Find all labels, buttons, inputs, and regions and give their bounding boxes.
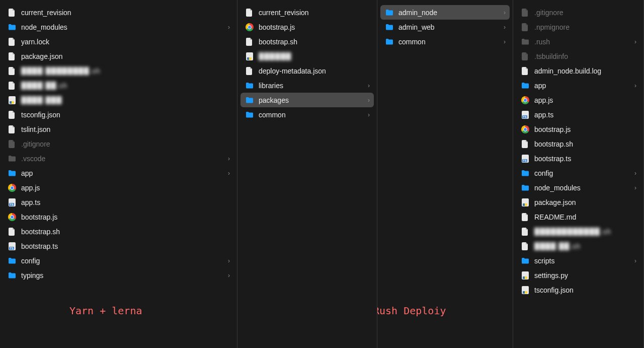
file-row[interactable]: deploy-metadata.json — [240, 63, 374, 78]
file-row[interactable]: packages› — [240, 93, 374, 107]
chrome-icon — [8, 184, 16, 192]
file-row[interactable]: tsconfig.json — [3, 107, 234, 122]
file-icon — [521, 23, 529, 31]
filename-label: app — [21, 169, 228, 177]
file-row[interactable]: tsconfig.json — [516, 283, 640, 297]
folder-icon — [385, 38, 393, 46]
file-row[interactable]: typings› — [3, 268, 234, 283]
file-row[interactable]: bootstrap.ts — [3, 239, 234, 253]
file-row[interactable]: .gitignore — [3, 136, 234, 151]
file-row[interactable]: ██████ — [240, 49, 374, 63]
file-row[interactable]: .tsbuildinfo — [516, 49, 640, 63]
filename-label: package.json — [534, 198, 636, 206]
chevron-right-icon: › — [228, 24, 230, 31]
filename-label: .tsbuildinfo — [534, 52, 636, 60]
file-icon — [8, 228, 16, 236]
file-row[interactable]: app.js — [3, 180, 234, 195]
chevron-right-icon: › — [368, 82, 370, 89]
file-list: current_revisionbootstrap.js bootstrap.s… — [237, 5, 377, 122]
filename-label: deploy-metadata.json — [259, 67, 370, 75]
file-row[interactable]: bootstrap.sh — [240, 34, 374, 49]
file-row[interactable]: current_revision — [3, 5, 234, 20]
file-row[interactable]: app.ts — [516, 107, 640, 122]
file-row[interactable]: admin_web› — [380, 20, 510, 34]
file-row[interactable]: common› — [380, 34, 510, 49]
filename-label: config — [21, 257, 228, 265]
filename-label: bootstrap.sh — [534, 140, 636, 148]
chevron-right-icon: › — [228, 257, 230, 264]
file-row[interactable]: scripts› — [516, 253, 640, 268]
file-row[interactable]: README.md — [516, 210, 640, 224]
filename-label: packages — [259, 96, 368, 104]
chevron-right-icon: › — [228, 155, 230, 162]
chevron-right-icon: › — [634, 38, 636, 45]
file-row[interactable]: bootstrap.ts — [516, 151, 640, 166]
file-icon — [246, 38, 254, 46]
file-icon — [8, 52, 16, 60]
filename-label: .gitignore — [534, 9, 636, 17]
file-row[interactable]: app.ts — [3, 195, 234, 210]
chrome-icon — [521, 125, 529, 133]
folder-icon — [246, 111, 254, 119]
file-row[interactable]: tslint.json — [3, 122, 234, 136]
chrome-icon — [8, 213, 16, 221]
folder-icon — [521, 38, 529, 46]
file-row[interactable]: config› — [516, 166, 640, 180]
filename-label: app — [534, 82, 634, 90]
folder-icon — [8, 169, 16, 177]
folder-icon — [8, 23, 16, 31]
file-list: admin_node› admin_web› common› — [377, 5, 513, 49]
folder-icon — [385, 9, 393, 17]
file-row[interactable]: bootstrap.js — [3, 210, 234, 224]
file-row[interactable]: yarn.lock — [3, 34, 234, 49]
file-row[interactable]: bootstrap.sh — [3, 224, 234, 239]
filename-label: config — [534, 169, 634, 177]
file-row[interactable]: bootstrap.js — [516, 122, 640, 136]
file-row[interactable]: app› — [3, 166, 234, 180]
file-row[interactable]: package.json — [3, 49, 234, 63]
file-row[interactable]: app› — [516, 78, 640, 93]
chevron-right-icon: › — [634, 170, 636, 177]
file-row[interactable]: ████ ██.sh — [516, 239, 640, 253]
file-row[interactable]: ████ ███ — [3, 93, 234, 107]
file-icon — [521, 242, 529, 250]
file-row[interactable]: common› — [240, 107, 374, 122]
file-row[interactable]: node_modules› — [3, 20, 234, 34]
file-row[interactable]: admin_node.build.log — [516, 63, 640, 78]
typescript-icon — [8, 242, 16, 250]
chevron-right-icon: › — [634, 257, 636, 264]
finder-column-4[interactable]: .gitignore .npmignore .rush› .tsbuildinf… — [513, 0, 644, 348]
python-icon — [8, 96, 16, 104]
filename-label: bootstrap.js — [21, 213, 230, 221]
filename-label: app.ts — [534, 111, 636, 119]
file-row[interactable]: libraries› — [240, 78, 374, 93]
file-row[interactable]: bootstrap.js — [240, 20, 374, 34]
file-row[interactable]: .rush› — [516, 34, 640, 49]
filename-label: yarn.lock — [21, 38, 230, 46]
file-row[interactable]: package.json — [516, 195, 640, 210]
chevron-right-icon: › — [504, 24, 506, 31]
finder-column-2[interactable]: current_revisionbootstrap.js bootstrap.s… — [237, 0, 377, 348]
filename-label: .vscode — [21, 155, 228, 163]
file-row[interactable]: .npmignore — [516, 20, 640, 34]
file-icon — [521, 213, 529, 221]
file-row[interactable]: app.js — [516, 93, 640, 107]
file-row[interactable]: node_modules› — [516, 180, 640, 195]
filename-label: bootstrap.ts — [21, 242, 230, 250]
file-row[interactable]: config› — [3, 253, 234, 268]
file-icon — [8, 9, 16, 17]
file-row[interactable]: .vscode› — [3, 151, 234, 166]
file-row[interactable]: current_revision — [240, 5, 374, 20]
file-row[interactable]: .gitignore — [516, 5, 640, 20]
typescript-icon — [8, 198, 16, 206]
file-row[interactable]: admin_node› — [380, 5, 510, 20]
filename-label: settings.py — [534, 271, 636, 280]
file-row[interactable]: ████ ██.sh — [3, 78, 234, 93]
filename-label: ████ ███ — [21, 96, 230, 104]
file-row[interactable]: settings.py — [516, 268, 640, 283]
file-row[interactable]: bootstrap.sh — [516, 136, 640, 151]
finder-column-3[interactable]: admin_node› admin_web› common› Rush Depl… — [377, 0, 513, 348]
file-row[interactable]: ████ ████████.sh — [3, 63, 234, 78]
file-row[interactable]: ████████████.sh — [516, 224, 640, 239]
finder-column-1[interactable]: current_revision node_modules› yarn.lock… — [0, 0, 237, 348]
